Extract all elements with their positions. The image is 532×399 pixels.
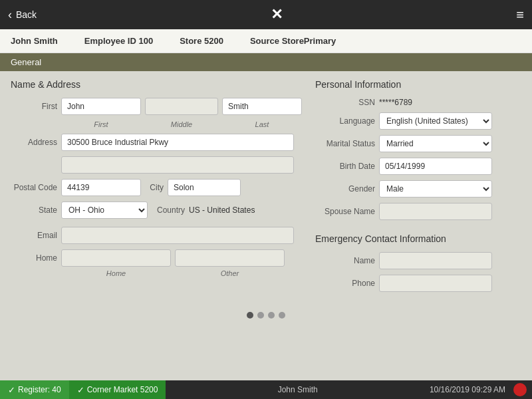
main-content: Name & Address First First Middle Last A… [0,71,532,305]
name-sub-labels: First Middle Last [61,120,302,128]
emergency-name-input[interactable] [379,252,492,269]
store-status: ✓ Corner Market 5200 [69,380,166,399]
city-input[interactable] [168,179,241,196]
marital-label: Marital Status [315,139,375,148]
home-label: Home [11,253,57,263]
first-label: First [11,102,57,111]
city-label: City [145,183,164,192]
language-select[interactable]: English (United States) [379,112,492,130]
current-user-label: John Smith [278,385,318,394]
register-status: ✓ Register: 40 [0,380,69,399]
name-row: First [11,98,302,115]
other-phone-input[interactable] [175,249,285,267]
menu-icon[interactable]: ≡ [516,7,524,23]
register-check-icon: ✓ [8,385,15,395]
home-other-row: Home [11,249,302,267]
back-label: Back [16,9,37,20]
back-arrow-icon: ‹ [8,8,12,22]
address-input[interactable] [61,134,294,151]
state-label: State [11,205,57,215]
page-dot-1[interactable] [247,312,253,319]
ssn-value: *****6789 [379,98,412,107]
postal-input[interactable] [61,179,141,196]
email-row: Email [11,227,302,244]
birthdate-input[interactable] [379,158,492,175]
ssn-row: SSN *****6789 [315,98,521,107]
section-label: General [11,57,41,67]
emergency-name-label: Name [315,256,375,265]
gender-label: Gender [315,184,375,194]
emergency-section: Emergency Contact Information Name Phone [315,233,521,292]
other-sub-label: Other [175,269,285,277]
home-sub-label: Home [61,269,171,277]
email-label: Email [11,231,57,240]
emergency-phone-label: Phone [315,279,375,288]
logo-icon: ✕ [271,6,283,23]
top-bar: ‹ Back ✕ ≡ [0,0,532,29]
last-sub-label: Last [222,120,302,128]
language-row: Language English (United States) [315,112,521,130]
first-name-input[interactable] [61,98,141,115]
address2-input[interactable] [61,156,294,174]
emergency-name-row: Name [315,252,521,269]
spouse-label: Spouse Name [315,207,375,216]
alert-icon[interactable] [513,383,527,396]
store-check-icon: ✓ [77,385,84,395]
gender-row: Gender Male [315,180,521,198]
home-phone-input[interactable] [61,249,171,267]
personal-info-title: Personal Information [315,79,521,90]
birthdate-label: Birth Date [315,162,375,171]
status-bar: ✓ Register: 40 ✓ Corner Market 5200 John… [0,380,532,399]
store-label: Corner Market 5200 [87,385,158,394]
name-address-title: Name & Address [11,79,302,90]
employee-name: John Smith [11,36,58,46]
section-header: General [0,53,532,71]
birthdate-row: Birth Date [315,158,521,175]
status-center: John Smith [166,385,429,394]
ssn-label: SSN [315,98,375,107]
pagination [0,305,532,325]
country-label: Country [152,205,185,215]
emergency-phone-row: Phone [315,275,521,292]
store-info: Store 5200 [180,36,223,46]
state-select[interactable]: OH - Ohio [61,201,148,219]
language-label: Language [315,116,375,126]
first-sub-label: First [61,120,141,128]
datetime-label: 10/16/2019 09:29 AM [430,385,513,394]
info-bar: John Smith Employee ID 100 Store 5200 So… [0,29,532,53]
page-dot-4[interactable] [279,312,285,319]
address-row: Address [11,134,302,151]
spouse-input[interactable] [379,203,492,220]
emergency-phone-input[interactable] [379,275,492,292]
marital-row: Marital Status Married [315,135,521,152]
spouse-row: Spouse Name [315,203,521,220]
source-info: Source StorePrimary [250,36,336,46]
marital-select[interactable]: Married [379,135,492,152]
employee-id: Employee ID 100 [84,36,153,46]
postal-label: Postal Code [11,183,57,192]
last-name-input[interactable] [222,98,302,115]
address-label: Address [11,138,57,147]
middle-sub-label: Middle [145,120,218,128]
email-input[interactable] [61,227,294,244]
back-button[interactable]: ‹ Back [8,8,37,22]
right-panel: Personal Information SSN *****6789 Langu… [315,79,521,297]
register-label: Register: 40 [18,385,61,394]
home-sub-labels: Home Other [61,269,302,277]
country-value: US - United States [189,205,255,215]
left-panel: Name & Address First First Middle Last A… [11,79,302,297]
gender-select[interactable]: Male [379,180,492,198]
page-dot-2[interactable] [257,312,264,319]
emergency-title: Emergency Contact Information [315,233,521,244]
page-dot-3[interactable] [268,312,275,319]
middle-name-input[interactable] [145,98,218,115]
postal-city-row: Postal Code City [11,179,302,196]
state-country-row: State OH - Ohio Country US - United Stat… [11,201,302,219]
